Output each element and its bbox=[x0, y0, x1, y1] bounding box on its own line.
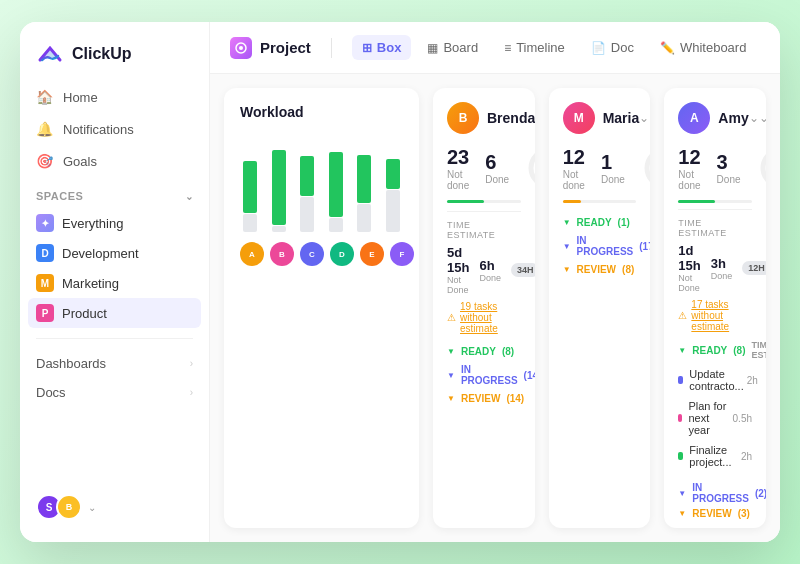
workload-bar-3 bbox=[297, 156, 318, 232]
amy-ready-count: (8) bbox=[733, 345, 745, 356]
maria-section-review[interactable]: ▼ REVIEW (8) bbox=[563, 262, 637, 277]
goals-icon: 🎯 bbox=[36, 153, 53, 169]
bell-icon: 🔔 bbox=[36, 121, 53, 137]
task-label-2: Plan for next year bbox=[688, 400, 732, 436]
amy-section-ready[interactable]: ▼ READY (8) TIME EST. bbox=[678, 338, 752, 362]
spaces-section-header: Spaces ⌄ bbox=[20, 176, 209, 208]
maria-ready-label: READY bbox=[577, 217, 612, 228]
brendan-not-done-num: 23 bbox=[447, 146, 469, 169]
sidebar-item-notifications[interactable]: 🔔 Notifications bbox=[28, 114, 201, 144]
brendan-header: B Brendan ⌄⌄ bbox=[447, 102, 521, 134]
brendan-not-done-label: Not done bbox=[447, 169, 469, 191]
avatar-group: S B bbox=[36, 494, 82, 520]
brendan-warning-link[interactable]: 19 tasks without estimate bbox=[460, 301, 521, 334]
brendan-section-review[interactable]: ▼ REVIEW (14) bbox=[447, 391, 521, 406]
maria-review-label: REVIEW bbox=[577, 264, 616, 275]
maria-review-count: (8) bbox=[622, 264, 634, 275]
bar-green-4 bbox=[329, 152, 343, 217]
brendan-stats: 23 Not done 6 Done 50% bbox=[447, 144, 521, 192]
bar-gray-5 bbox=[357, 204, 371, 232]
maria-done-label: Done bbox=[601, 174, 625, 185]
brendan-section-ready[interactable]: ▼ READY (8) bbox=[447, 344, 521, 359]
clickup-logo-icon bbox=[36, 40, 64, 68]
sidebar-nav: 🏠 Home 🔔 Notifications 🎯 Goals bbox=[20, 82, 209, 176]
sidebar-item-goals[interactable]: 🎯 Goals bbox=[28, 146, 201, 176]
tab-doc[interactable]: 📄 Doc bbox=[581, 35, 644, 60]
task-time-3: 2h bbox=[741, 451, 752, 462]
amy-not-done-num: 12 bbox=[678, 146, 700, 169]
tab-doc-label: Doc bbox=[611, 40, 634, 55]
workload-bar-6 bbox=[383, 159, 404, 232]
task-left-3: Finalize project... bbox=[678, 444, 741, 468]
workload-bar-2 bbox=[269, 150, 290, 232]
task-row-3: Finalize project... 2h bbox=[678, 442, 752, 470]
bar-green-2 bbox=[272, 150, 286, 225]
sidebar-item-marketing[interactable]: M Marketing bbox=[28, 268, 201, 298]
sidebar-label-development: Development bbox=[62, 246, 139, 261]
task-time-1: 2h bbox=[747, 375, 758, 386]
brendan-info: B Brendan bbox=[447, 102, 535, 134]
sidebar-item-product[interactable]: P Product bbox=[28, 298, 201, 328]
amy-warning-link[interactable]: 17 tasks without estimate bbox=[691, 299, 752, 332]
maria-expand-icon[interactable]: ⌄⌄ bbox=[639, 111, 650, 125]
maria-not-done-label: Not done bbox=[563, 169, 585, 191]
maria-progress-bar bbox=[563, 200, 581, 203]
amy-expand-icon[interactable]: ⌄⌄ bbox=[749, 111, 766, 125]
amy-card: A Amy ⌄⌄ 12 Not done 3 Done bbox=[664, 88, 766, 528]
workload-avatar-5: E bbox=[360, 242, 384, 266]
brendan-not-done: 23 Not done bbox=[447, 146, 469, 191]
maria-section-progress[interactable]: ▼ IN PROGRESS (17) bbox=[563, 233, 637, 259]
bar-stack-6 bbox=[386, 159, 400, 232]
amy-section-review[interactable]: ▼ REVIEW (3) bbox=[678, 506, 752, 521]
timeline-tab-icon: ≡ bbox=[504, 41, 511, 55]
logo[interactable]: ClickUp bbox=[20, 22, 209, 82]
brendan-ready-count: (8) bbox=[502, 346, 514, 357]
tab-board[interactable]: ▦ Board bbox=[417, 35, 488, 60]
brendan-te-nd-val: 5d 15h bbox=[447, 245, 469, 275]
maria-progress-bar-bg bbox=[563, 200, 637, 203]
sidebar-item-dashboards[interactable]: Dashboards › bbox=[20, 349, 209, 378]
sidebar-item-docs[interactable]: Docs › bbox=[20, 378, 209, 407]
workload-avatar-1: A bbox=[240, 242, 264, 266]
amy-warning-icon: ⚠ bbox=[678, 310, 687, 321]
tab-whiteboard[interactable]: ✏️ Whiteboard bbox=[650, 35, 756, 60]
svg-point-4 bbox=[647, 150, 651, 186]
maria-ready-chevron-icon: ▼ bbox=[563, 218, 571, 227]
brendan-done-label: Done bbox=[485, 174, 509, 185]
brendan-avatar: B bbox=[447, 102, 479, 134]
brendan-section-progress[interactable]: ▼ IN PROGRESS (14) bbox=[447, 362, 521, 388]
task-row-1: Update contracto... 2h bbox=[678, 366, 752, 394]
task-label-3: Finalize project... bbox=[689, 444, 741, 468]
tab-timeline[interactable]: ≡ Timeline bbox=[494, 35, 575, 60]
spaces-label: Spaces bbox=[36, 190, 83, 202]
project-icon-svg bbox=[234, 41, 248, 55]
chevron-right-docs-icon: › bbox=[190, 387, 193, 398]
workload-bar-5 bbox=[354, 155, 375, 232]
maria-info: M Maria bbox=[563, 102, 640, 134]
maria-section-ready[interactable]: ▼ READY (1) bbox=[563, 215, 637, 230]
brendan-card: B Brendan ⌄⌄ 23 Not done 6 Done bbox=[433, 88, 535, 528]
maria-progress-label-txt: IN PROGRESS bbox=[577, 235, 634, 257]
bar-green-5 bbox=[357, 155, 371, 203]
bar-green-3 bbox=[300, 156, 314, 196]
user-avatar-2: B bbox=[56, 494, 82, 520]
brendan-name: Brendan bbox=[487, 110, 535, 126]
brendan-te-nd-label: Not Done bbox=[447, 275, 469, 295]
sidebar-item-everything[interactable]: ✦ Everything bbox=[28, 208, 201, 238]
maria-review-chevron-icon: ▼ bbox=[563, 265, 571, 274]
brendan-sections: ▼ READY (8) ▼ IN PROGRESS (14) ▼ REVIEW … bbox=[447, 344, 521, 406]
amy-in-progress-label: IN PROGRESS bbox=[692, 482, 749, 504]
brendan-progress-bar bbox=[447, 200, 484, 203]
tab-box-label: Box bbox=[377, 40, 402, 55]
sidebar-item-development[interactable]: D Development bbox=[28, 238, 201, 268]
tab-board-label: Board bbox=[443, 40, 478, 55]
maria-done-num: 1 bbox=[601, 151, 625, 174]
chevron-down-icon: ⌄ bbox=[185, 191, 194, 202]
amy-section-progress[interactable]: ▼ IN PROGRESS (2) bbox=[678, 480, 752, 506]
chevron-right-icon: › bbox=[190, 358, 193, 369]
maria-not-done-num: 12 bbox=[563, 146, 585, 169]
tab-box[interactable]: ⊞ Box bbox=[352, 35, 412, 60]
amy-ready-label: READY bbox=[692, 345, 727, 356]
workload-avatar-4: D bbox=[330, 242, 354, 266]
sidebar-item-home[interactable]: 🏠 Home bbox=[28, 82, 201, 112]
